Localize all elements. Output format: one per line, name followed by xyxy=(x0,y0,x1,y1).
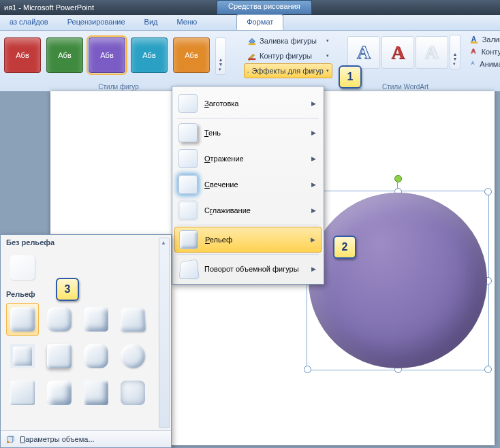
text-fill-button[interactable]: A Заливка xyxy=(470,33,500,46)
fx-label: Сглаживание xyxy=(204,206,251,214)
contextual-tab-drawing-tools[interactable]: Средства рисования xyxy=(217,0,312,14)
svg-rect-1 xyxy=(249,59,256,61)
bevel-option-none[interactable] xyxy=(6,251,39,284)
fx-item-softedges[interactable]: Сглаживание▶ xyxy=(174,197,322,223)
fx-item-3drotation[interactable]: Поворот объемной фигуры▶ xyxy=(174,256,322,282)
svg-rect-0 xyxy=(249,44,256,46)
fx-label: Свечение xyxy=(204,180,238,189)
preset-icon xyxy=(178,94,198,113)
tab-view[interactable]: Вид xyxy=(135,15,168,30)
bevel-section-bevel: Рельеф xyxy=(1,287,171,300)
menu-separator xyxy=(177,254,319,255)
svg-point-2 xyxy=(247,71,248,72)
text-fill-icon: A xyxy=(470,35,480,44)
wordart-style[interactable]: A xyxy=(416,36,448,69)
wordart-style[interactable]: A xyxy=(347,36,380,69)
paint-bucket-icon xyxy=(247,36,257,46)
bevel-option[interactable] xyxy=(6,377,39,409)
bevel-section-none: Без рельефа xyxy=(1,235,171,249)
shape-style-swatch[interactable]: Абв xyxy=(4,37,41,73)
fx-item-bevel[interactable]: Рельеф▶ xyxy=(174,227,322,253)
text-effects-label: Анимаци xyxy=(480,60,500,68)
shape-effects-button[interactable]: Эффекты для фигур▾ xyxy=(244,63,332,78)
resize-handle[interactable] xyxy=(304,366,311,373)
shape-styles-gallery[interactable]: Абв Абв Абв Абв Абв ▲▼▾ xyxy=(0,33,241,85)
text-fill-label: Заливка xyxy=(482,35,500,44)
bevel-gallery: Без рельефа Рельеф Параметры объема... xyxy=(0,234,172,448)
bevel-option[interactable] xyxy=(6,340,39,372)
svg-text:A: A xyxy=(471,47,476,54)
annotation-callout-3: 3 xyxy=(56,278,79,301)
shape-outline-button[interactable]: Контур фигуры▾ xyxy=(244,48,332,63)
bevel-option[interactable] xyxy=(43,340,76,372)
bevel-icon xyxy=(179,230,198,249)
fx-label: Заготовка xyxy=(204,99,238,108)
shape-style-swatch[interactable]: Абв xyxy=(89,37,125,73)
fx-item-glow[interactable]: Свечение▶ xyxy=(174,172,322,197)
title-bar: ия1 - Microsoft PowerPoint Средства рисо… xyxy=(0,0,500,15)
shape-style-swatch[interactable]: Абв xyxy=(131,37,168,73)
fx-label: Тень xyxy=(204,129,221,137)
tab-menu[interactable]: Меню xyxy=(168,15,207,30)
text-effects-icon: A xyxy=(470,59,477,69)
volume-options-icon xyxy=(6,434,16,444)
pencil-icon xyxy=(247,51,257,61)
bevel-option[interactable] xyxy=(43,303,76,336)
bevel-option[interactable] xyxy=(43,377,76,409)
text-outline-icon: A xyxy=(470,47,479,57)
effects-icon xyxy=(247,66,249,76)
rotation3d-icon xyxy=(179,259,200,279)
menu-separator xyxy=(177,225,319,225)
reflection-icon xyxy=(178,149,198,168)
shape-style-swatch[interactable]: Абв xyxy=(46,37,83,73)
shape-style-swatch[interactable]: Абв xyxy=(173,37,210,73)
glow-icon xyxy=(178,175,198,194)
selection-box[interactable] xyxy=(307,191,489,370)
oval-shape[interactable] xyxy=(309,193,487,368)
bevel-option[interactable] xyxy=(6,303,39,336)
fx-item-shadow[interactable]: Тень▶ xyxy=(174,120,322,146)
doc-name: ия1 xyxy=(4,3,16,12)
ribbon-tabs: аз слайдов Рецензирование Вид Меню Форма… xyxy=(0,15,500,31)
shape-fill-label: Заливка фигуры xyxy=(260,37,317,45)
bevel-option[interactable] xyxy=(80,377,112,409)
fx-label: Поворот объемной фигуры xyxy=(204,265,299,273)
text-options: A Заливка A Контур т A Анимаци xyxy=(470,33,500,70)
bevel-option[interactable] xyxy=(116,340,149,372)
window-title: ия1 - Microsoft PowerPoint xyxy=(0,3,94,12)
text-effects-button[interactable]: A Анимаци xyxy=(470,58,500,70)
wordart-more-button[interactable]: ▲▼▾ xyxy=(450,35,460,69)
gallery-scrollbar[interactable] xyxy=(159,238,170,428)
wordart-styles-gallery[interactable]: A A A ▲▼▾ xyxy=(347,35,460,69)
resize-handle[interactable] xyxy=(484,366,492,373)
shape-outline-label: Контур фигуры xyxy=(260,52,312,60)
rotation-handle[interactable] xyxy=(394,175,402,182)
shape-styles-more-button[interactable]: ▲▼▾ xyxy=(215,37,226,75)
wordart-style[interactable]: A xyxy=(381,36,414,69)
tab-format[interactable]: Формат xyxy=(236,14,283,30)
group-label-wordart: Стили WordArt xyxy=(347,83,463,91)
bevel-option[interactable] xyxy=(80,303,112,336)
svg-rect-4 xyxy=(471,42,478,44)
svg-point-8 xyxy=(7,441,10,444)
text-outline-button[interactable]: A Контур т xyxy=(470,46,500,58)
fx-item-preset[interactable]: Заготовка▶ xyxy=(174,91,322,116)
bevel-option[interactable] xyxy=(116,303,149,336)
bevel-options-button[interactable]: Параметры объема... xyxy=(1,430,171,447)
bevel-footer-label: Параметры объема... xyxy=(20,435,95,443)
softedge-icon xyxy=(178,201,198,220)
tab-review[interactable]: Рецензирование xyxy=(58,15,135,30)
shape-options: Заливка фигуры▾ Контур фигуры▾ Эффекты д… xyxy=(244,33,332,78)
bevel-option[interactable] xyxy=(80,340,112,372)
resize-handle[interactable] xyxy=(484,188,492,195)
shape-fill-button[interactable]: Заливка фигуры▾ xyxy=(244,33,332,48)
shape-effects-label: Эффекты для фигур xyxy=(251,67,324,75)
annotation-callout-1: 1 xyxy=(339,65,362,89)
svg-text:A: A xyxy=(471,60,475,66)
tab-slideshow[interactable]: аз слайдов xyxy=(0,15,58,30)
shadow-icon xyxy=(178,123,198,142)
text-outline-label: Контур т xyxy=(482,48,500,56)
fx-item-reflection[interactable]: Отражение▶ xyxy=(174,146,322,172)
bevel-option[interactable] xyxy=(116,377,149,409)
fx-label: Отражение xyxy=(204,155,244,163)
